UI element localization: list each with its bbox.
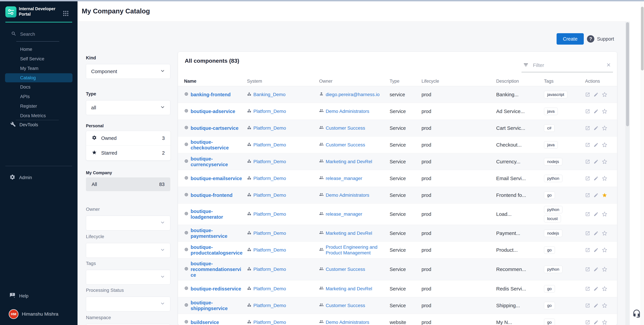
open-in-new-icon[interactable] xyxy=(585,159,590,164)
owner-link[interactable]: Marketing and DevRel xyxy=(319,230,386,236)
app-switcher-icon[interactable] xyxy=(62,10,69,17)
sidebar-item-devtools[interactable]: DevTools xyxy=(10,120,71,130)
star-icon[interactable] xyxy=(602,193,607,198)
star-icon[interactable] xyxy=(602,159,607,164)
component-name-link[interactable]: banking-frontend xyxy=(184,92,243,97)
open-in-new-icon[interactable] xyxy=(585,92,590,97)
owner-link[interactable]: Customer Success xyxy=(319,125,386,131)
column-header-lifecycle[interactable]: Lifecycle xyxy=(422,79,496,84)
column-header-system[interactable]: System xyxy=(247,79,319,84)
open-in-new-icon[interactable] xyxy=(585,126,590,131)
system-link[interactable]: Platform_Demo xyxy=(247,125,315,131)
sidebar-item-admin[interactable]: Admin xyxy=(10,173,70,182)
open-in-new-icon[interactable] xyxy=(585,320,590,325)
owned-filter-item[interactable]: Owned 3 xyxy=(86,131,170,146)
edit-icon[interactable] xyxy=(594,212,598,217)
edit-icon[interactable] xyxy=(594,286,598,291)
starred-filter-item[interactable]: Starred 2 xyxy=(86,146,170,160)
star-icon[interactable] xyxy=(602,212,607,217)
processing-status-select[interactable] xyxy=(86,297,170,312)
system-link[interactable]: Platform_Demo xyxy=(247,159,315,165)
system-link[interactable]: Platform_Demo xyxy=(247,192,315,198)
system-link[interactable]: Platform_Demo xyxy=(247,286,315,292)
star-icon[interactable] xyxy=(602,303,607,308)
owner-link[interactable]: Demo Administrators xyxy=(319,108,386,114)
namespace-select[interactable] xyxy=(86,324,170,325)
system-link[interactable]: Platform_Demo xyxy=(247,303,315,309)
edit-icon[interactable] xyxy=(594,267,598,272)
sidebar-item-my-team[interactable]: My Team xyxy=(0,64,78,73)
sidebar-item-catalog[interactable]: Catalog xyxy=(5,73,72,82)
system-link[interactable]: Platform_Demo xyxy=(247,211,315,217)
edit-icon[interactable] xyxy=(594,303,598,308)
open-in-new-icon[interactable] xyxy=(585,248,590,253)
open-in-new-icon[interactable] xyxy=(585,212,590,217)
close-icon[interactable] xyxy=(606,62,611,68)
owner-link[interactable]: Marketing and DevRel xyxy=(319,286,386,292)
lifecycle-select[interactable] xyxy=(86,243,170,258)
system-link[interactable]: Platform_Demo xyxy=(247,176,315,181)
edit-icon[interactable] xyxy=(594,176,598,181)
star-icon[interactable] xyxy=(602,286,607,292)
all-filter-item[interactable]: All 83 xyxy=(86,177,170,191)
star-icon[interactable] xyxy=(602,176,607,181)
column-header-owner[interactable]: Owner xyxy=(319,79,390,84)
table-filter-input[interactable] xyxy=(532,62,602,68)
edit-icon[interactable] xyxy=(594,142,598,147)
owner-link[interactable]: Marketing and DevRel xyxy=(319,159,386,165)
system-link[interactable]: Platform_Demo xyxy=(247,108,315,114)
component-name-link[interactable]: boutique-recommendationservice xyxy=(184,261,243,278)
create-button[interactable]: Create xyxy=(556,33,584,45)
system-link[interactable]: Banking_Demo xyxy=(247,92,315,97)
owner-link[interactable]: release_manager xyxy=(319,175,386,181)
sidebar-item-home[interactable]: Home xyxy=(0,45,78,54)
open-in-new-icon[interactable] xyxy=(585,303,590,308)
star-icon[interactable] xyxy=(602,320,607,325)
owner-link[interactable]: Customer Success xyxy=(319,267,386,272)
component-name-link[interactable]: boutique-frontend xyxy=(184,192,243,198)
edit-icon[interactable] xyxy=(594,248,598,253)
open-in-new-icon[interactable] xyxy=(585,231,590,236)
system-link[interactable]: Platform_Demo xyxy=(247,247,315,253)
component-name-link[interactable]: boutique-checkoutservice xyxy=(184,139,243,151)
system-link[interactable]: Platform_Demo xyxy=(247,142,315,148)
window-scrollbar-thumb[interactable] xyxy=(641,7,644,70)
system-link[interactable]: Platform_Demo xyxy=(247,267,315,272)
open-in-new-icon[interactable] xyxy=(585,142,590,147)
open-in-new-icon[interactable] xyxy=(585,176,590,181)
user-menu[interactable]: HM Himanshu Mishra xyxy=(9,309,76,319)
column-header-name[interactable]: Name xyxy=(184,79,247,84)
component-name-link[interactable]: boutique-emailservice xyxy=(184,176,243,181)
edit-icon[interactable] xyxy=(594,320,598,325)
edit-icon[interactable] xyxy=(594,126,598,131)
star-icon[interactable] xyxy=(602,142,607,148)
edit-icon[interactable] xyxy=(594,193,598,198)
tags-select[interactable] xyxy=(86,270,170,285)
open-in-new-icon[interactable] xyxy=(585,267,590,272)
owner-link[interactable]: Customer Success xyxy=(319,142,386,148)
sidebar-item-help[interactable]: Help xyxy=(10,291,70,301)
assistant-headset-button[interactable] xyxy=(632,309,641,318)
star-icon[interactable] xyxy=(602,125,607,131)
type-filter-select[interactable]: all xyxy=(86,100,170,115)
sidebar-item-apis[interactable]: APIs xyxy=(0,92,78,101)
owner-link[interactable]: Product Engineering and Product Manageme… xyxy=(319,244,386,256)
open-in-new-icon[interactable] xyxy=(585,193,590,198)
component-name-link[interactable]: boutique-redisservice xyxy=(184,286,243,292)
column-header-type[interactable]: Type xyxy=(390,79,422,84)
component-name-link[interactable]: boutique-adservice xyxy=(184,108,243,114)
column-header-description[interactable]: Description xyxy=(496,79,544,84)
sidebar-item-register[interactable]: Register xyxy=(0,101,78,111)
star-icon[interactable] xyxy=(602,109,607,114)
sidebar-item-dora-metrics[interactable]: Dora Metrics xyxy=(0,111,78,121)
system-link[interactable]: Platform_Demo xyxy=(247,230,315,236)
sidebar-search[interactable]: Search xyxy=(11,31,72,37)
component-name-link[interactable]: boutique-cartservice xyxy=(184,125,243,131)
sidebar-item-self-service[interactable]: Self Service xyxy=(0,54,78,64)
component-name-link[interactable]: boutique-shippingservice xyxy=(184,300,243,311)
edit-icon[interactable] xyxy=(594,109,598,114)
star-icon[interactable] xyxy=(602,92,607,97)
component-name-link[interactable]: boutique-currencyservice xyxy=(184,156,243,167)
edit-icon[interactable] xyxy=(594,159,598,164)
star-icon[interactable] xyxy=(602,267,607,272)
